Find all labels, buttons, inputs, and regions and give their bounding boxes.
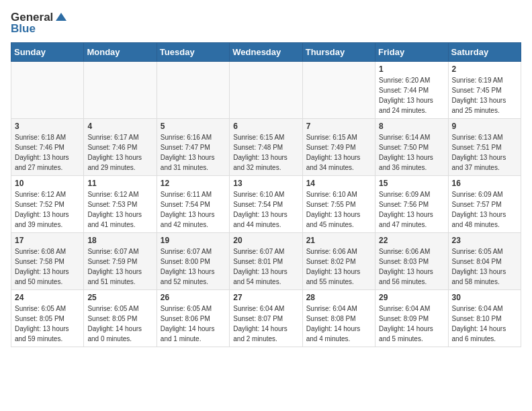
calendar-cell: 29Sunrise: 6:04 AM Sunset: 8:09 PM Dayli… [375, 290, 448, 347]
day-number: 9 [452, 122, 517, 131]
calendar-cell: 1Sunrise: 6:20 AM Sunset: 7:44 PM Daylig… [375, 62, 448, 119]
calendar-cell: 22Sunrise: 6:06 AM Sunset: 8:03 PM Dayli… [375, 233, 448, 290]
day-number: 16 [452, 179, 517, 188]
day-info: Sunrise: 6:05 AM Sunset: 8:05 PM Dayligh… [87, 304, 152, 344]
calendar-cell: 10Sunrise: 6:12 AM Sunset: 7:52 PM Dayli… [11, 176, 84, 233]
calendar-cell: 3Sunrise: 6:18 AM Sunset: 7:46 PM Daylig… [11, 119, 84, 176]
calendar-cell: 11Sunrise: 6:12 AM Sunset: 7:53 PM Dayli… [84, 176, 157, 233]
day-number: 8 [379, 122, 444, 131]
day-info: Sunrise: 6:16 AM Sunset: 7:47 PM Dayligh… [161, 132, 226, 173]
calendar-cell: 18Sunrise: 6:07 AM Sunset: 7:59 PM Dayli… [84, 233, 157, 290]
calendar-cell: 6Sunrise: 6:15 AM Sunset: 7:48 PM Daylig… [230, 119, 302, 176]
day-info: Sunrise: 6:04 AM Sunset: 8:07 PM Dayligh… [233, 304, 298, 344]
calendar-table: SundayMondayTuesdayWednesdayThursdayFrid… [11, 42, 521, 347]
svg-marker-0 [56, 13, 66, 21]
calendar-cell: 5Sunrise: 6:16 AM Sunset: 7:47 PM Daylig… [157, 119, 229, 176]
day-number: 30 [452, 293, 517, 302]
day-info: Sunrise: 6:05 AM Sunset: 8:05 PM Dayligh… [15, 304, 80, 344]
day-info: Sunrise: 6:05 AM Sunset: 8:06 PM Dayligh… [161, 304, 226, 344]
day-number: 17 [15, 236, 80, 245]
weekday-header-tuesday: Tuesday [157, 43, 229, 62]
day-number: 26 [161, 293, 226, 302]
day-info: Sunrise: 6:15 AM Sunset: 7:49 PM Dayligh… [306, 132, 371, 173]
calendar-cell: 20Sunrise: 6:07 AM Sunset: 8:01 PM Dayli… [230, 233, 302, 290]
calendar-cell: 4Sunrise: 6:17 AM Sunset: 7:46 PM Daylig… [84, 119, 157, 176]
calendar-cell: 28Sunrise: 6:04 AM Sunset: 8:08 PM Dayli… [302, 290, 375, 347]
weekday-header-monday: Monday [84, 43, 157, 62]
day-info: Sunrise: 6:06 AM Sunset: 8:02 PM Dayligh… [306, 246, 371, 287]
day-info: Sunrise: 6:15 AM Sunset: 7:48 PM Dayligh… [233, 132, 298, 173]
day-number: 14 [306, 179, 371, 188]
day-number: 27 [233, 293, 298, 302]
day-number: 21 [306, 236, 371, 245]
calendar-cell [230, 62, 302, 119]
weekday-header-thursday: Thursday [302, 43, 375, 62]
calendar-cell: 23Sunrise: 6:05 AM Sunset: 8:04 PM Dayli… [448, 233, 521, 290]
day-number: 29 [379, 293, 444, 302]
day-info: Sunrise: 6:19 AM Sunset: 7:45 PM Dayligh… [452, 75, 517, 116]
week-row-1: 3Sunrise: 6:18 AM Sunset: 7:46 PM Daylig… [11, 119, 521, 176]
calendar-cell [302, 62, 375, 119]
weekday-header-saturday: Saturday [448, 43, 521, 62]
day-info: Sunrise: 6:12 AM Sunset: 7:53 PM Dayligh… [87, 189, 152, 230]
calendar-cell: 21Sunrise: 6:06 AM Sunset: 8:02 PM Dayli… [302, 233, 375, 290]
day-number: 6 [233, 122, 298, 131]
calendar-cell: 12Sunrise: 6:11 AM Sunset: 7:54 PM Dayli… [157, 176, 229, 233]
day-number: 3 [15, 122, 80, 131]
calendar-cell [157, 62, 229, 119]
day-number: 19 [161, 236, 226, 245]
day-number: 11 [87, 179, 152, 188]
calendar-cell: 13Sunrise: 6:10 AM Sunset: 7:54 PM Dayli… [230, 176, 302, 233]
calendar-cell [84, 62, 157, 119]
day-info: Sunrise: 6:07 AM Sunset: 7:59 PM Dayligh… [87, 246, 152, 287]
day-info: Sunrise: 6:06 AM Sunset: 8:03 PM Dayligh… [379, 246, 444, 287]
day-number: 7 [306, 122, 371, 131]
calendar-cell: 19Sunrise: 6:07 AM Sunset: 8:00 PM Dayli… [157, 233, 229, 290]
day-info: Sunrise: 6:09 AM Sunset: 7:57 PM Dayligh… [452, 189, 517, 230]
day-info: Sunrise: 6:10 AM Sunset: 7:54 PM Dayligh… [233, 189, 298, 230]
week-row-4: 24Sunrise: 6:05 AM Sunset: 8:05 PM Dayli… [11, 290, 521, 347]
day-info: Sunrise: 6:04 AM Sunset: 8:09 PM Dayligh… [379, 304, 444, 344]
header: General Blue [11, 11, 521, 36]
week-row-2: 10Sunrise: 6:12 AM Sunset: 7:52 PM Dayli… [11, 176, 521, 233]
calendar-cell: 9Sunrise: 6:13 AM Sunset: 7:51 PM Daylig… [448, 119, 521, 176]
day-number: 20 [233, 236, 298, 245]
day-number: 13 [233, 179, 298, 188]
day-info: Sunrise: 6:05 AM Sunset: 8:04 PM Dayligh… [452, 246, 517, 287]
day-number: 22 [379, 236, 444, 245]
day-info: Sunrise: 6:14 AM Sunset: 7:50 PM Dayligh… [379, 132, 444, 173]
day-info: Sunrise: 6:13 AM Sunset: 7:51 PM Dayligh… [452, 132, 517, 173]
weekday-header-row: SundayMondayTuesdayWednesdayThursdayFrid… [11, 43, 521, 62]
day-info: Sunrise: 6:04 AM Sunset: 8:08 PM Dayligh… [306, 304, 371, 344]
day-number: 25 [87, 293, 152, 302]
day-number: 15 [379, 179, 444, 188]
logo-text-block: General Blue [11, 11, 68, 36]
day-info: Sunrise: 6:18 AM Sunset: 7:46 PM Dayligh… [15, 132, 80, 173]
weekday-header-sunday: Sunday [11, 43, 84, 62]
calendar-cell: 7Sunrise: 6:15 AM Sunset: 7:49 PM Daylig… [302, 119, 375, 176]
calendar-cell: 30Sunrise: 6:04 AM Sunset: 8:10 PM Dayli… [448, 290, 521, 347]
week-row-0: 1Sunrise: 6:20 AM Sunset: 7:44 PM Daylig… [11, 62, 521, 119]
day-number: 24 [15, 293, 80, 302]
calendar-cell: 17Sunrise: 6:08 AM Sunset: 7:58 PM Dayli… [11, 233, 84, 290]
weekday-header-friday: Friday [375, 43, 448, 62]
calendar-cell: 27Sunrise: 6:04 AM Sunset: 8:07 PM Dayli… [230, 290, 302, 347]
day-number: 1 [379, 64, 444, 74]
calendar-cell: 24Sunrise: 6:05 AM Sunset: 8:05 PM Dayli… [11, 290, 84, 347]
day-number: 12 [161, 179, 226, 188]
page: General Blue SundayMondayTuesdayWednesda… [0, 0, 532, 354]
day-info: Sunrise: 6:10 AM Sunset: 7:55 PM Dayligh… [306, 189, 371, 230]
calendar-cell: 15Sunrise: 6:09 AM Sunset: 7:56 PM Dayli… [375, 176, 448, 233]
logo-blue: Blue [11, 22, 68, 36]
calendar-cell: 26Sunrise: 6:05 AM Sunset: 8:06 PM Dayli… [157, 290, 229, 347]
day-info: Sunrise: 6:20 AM Sunset: 7:44 PM Dayligh… [379, 75, 444, 116]
day-number: 18 [87, 236, 152, 245]
calendar-cell: 14Sunrise: 6:10 AM Sunset: 7:55 PM Dayli… [302, 176, 375, 233]
calendar-cell [11, 62, 84, 119]
weekday-header-wednesday: Wednesday [230, 43, 302, 62]
day-info: Sunrise: 6:08 AM Sunset: 7:58 PM Dayligh… [15, 246, 80, 287]
day-info: Sunrise: 6:09 AM Sunset: 7:56 PM Dayligh… [379, 189, 444, 230]
day-info: Sunrise: 6:17 AM Sunset: 7:46 PM Dayligh… [87, 132, 152, 173]
day-number: 10 [15, 179, 80, 188]
day-number: 23 [452, 236, 517, 245]
